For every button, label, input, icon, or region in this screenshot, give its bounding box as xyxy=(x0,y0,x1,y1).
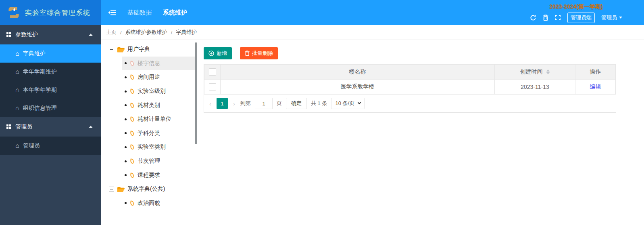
tree-item-political-status[interactable]: 政治面貌 xyxy=(122,196,195,206)
leaf-icon xyxy=(130,75,134,80)
menu-fold-icon[interactable] xyxy=(108,9,116,16)
sort-desc-icon[interactable] xyxy=(546,72,550,74)
chevron-down-icon xyxy=(358,101,361,104)
sidebar-item-label: 学年学期维护 xyxy=(23,68,57,76)
sort-asc-icon[interactable] xyxy=(546,69,550,71)
sidebar-item-admin[interactable]: ⌂ 管理员 xyxy=(0,137,101,155)
tree-item-course-require[interactable]: 课程要求 xyxy=(122,168,195,182)
tree-scrollbar-thumb[interactable] xyxy=(195,42,197,144)
sidebar-group-param-maintain[interactable]: 参数维护 xyxy=(0,25,101,44)
row-checkbox-cell xyxy=(204,80,221,95)
current-page-button[interactable]: 1 xyxy=(217,98,228,109)
plus-circle-icon xyxy=(208,50,214,56)
home-icon: ⌂ xyxy=(15,105,19,111)
sidebar-item-current-term[interactable]: ⌂ 本年学年学期 xyxy=(0,81,101,99)
tree-item-label: 学科分类 xyxy=(138,130,160,137)
batch-delete-label: 批量删除 xyxy=(252,50,273,57)
tree-item-lab-level[interactable]: 实验室级别 xyxy=(122,84,195,99)
page-size-select[interactable]: 10 条/页 xyxy=(331,98,365,109)
top-nav: 基础数据 系统维护 xyxy=(101,0,187,25)
tree-root-label: 系统字典(公共) xyxy=(127,185,165,193)
sidebar-item-dict-maintain[interactable]: ⌂ 字典维护 xyxy=(0,44,101,63)
leaf-icon xyxy=(130,103,134,108)
leaf-icon xyxy=(130,89,134,94)
leaf-icon xyxy=(130,172,134,178)
goto-confirm-button[interactable]: 确定 xyxy=(286,98,307,109)
header-checkbox-cell xyxy=(204,65,221,80)
row-checkbox[interactable] xyxy=(209,83,216,90)
username-label: 管理员 xyxy=(601,14,617,21)
table-row: 医学系教学楼 2023-11-13 编辑 xyxy=(204,80,616,95)
batch-delete-button[interactable]: 批量删除 xyxy=(240,47,278,59)
breadcrumb-separator: / xyxy=(171,29,173,36)
bullet-icon xyxy=(125,132,127,134)
breadcrumb-separator: / xyxy=(120,29,122,36)
semester-label: 2023-2024(第一学期) xyxy=(549,3,602,11)
tree-item-label: 楼宇信息 xyxy=(138,60,160,67)
cell-action: 编辑 xyxy=(575,80,616,95)
breadcrumb: 主页 / 系统维护参数维护 / 字典维护 xyxy=(101,25,644,40)
cell-created-time: 2023-11-13 xyxy=(495,80,575,95)
user-dropdown[interactable]: 管理员 xyxy=(601,14,622,21)
leaf-icon xyxy=(130,61,134,66)
page-size-value: 10 条/页 xyxy=(335,100,354,107)
column-label: 操作 xyxy=(590,68,601,75)
next-page-icon[interactable]: › xyxy=(232,100,236,107)
column-label: 楼名称 xyxy=(349,68,366,75)
tree-item-label: 房间用途 xyxy=(138,74,160,81)
toolbar: 新增 批量删除 xyxy=(204,47,278,59)
breadcrumb-home[interactable]: 主页 xyxy=(106,29,117,36)
sidebar-submenu-param: ⌂ 字典维护 ⌂ 学年学期维护 ⌂ 本年学年学期 ⌂ 组织信息管理 xyxy=(0,44,101,117)
fullscreen-icon[interactable] xyxy=(555,15,561,21)
nav-item-system-maintain[interactable]: 系统维护 xyxy=(163,9,187,17)
top-header: 实验室综合管理系统 基础数据 系统维护 2023-2024(第一学期) xyxy=(0,0,644,25)
tree-root-user-dict[interactable]: 用户字典 xyxy=(109,42,195,57)
sidebar-item-org-info[interactable]: ⌂ 组织信息管理 xyxy=(0,99,101,117)
tree-item-room-usage[interactable]: 房间用途 xyxy=(122,70,195,84)
sidebar-group-admin[interactable]: 管理员 xyxy=(0,117,101,137)
home-icon: ⌂ xyxy=(15,87,19,93)
sort-icon[interactable] xyxy=(546,69,550,74)
tree-root-label: 用户字典 xyxy=(127,46,150,53)
refresh-icon[interactable] xyxy=(530,15,536,21)
sidebar-item-term-maintain[interactable]: ⌂ 学年学期维护 xyxy=(0,63,101,81)
select-all-checkbox[interactable] xyxy=(209,68,216,76)
home-icon: ⌂ xyxy=(15,143,19,149)
sidebar: 参数维护 ⌂ 字典维护 ⌂ 学年学期维护 ⌂ 本年学年学期 ⌂ 组织信息管理 管… xyxy=(0,25,101,225)
bullet-icon xyxy=(125,174,127,176)
tree-item-label: 耗材计量单位 xyxy=(138,116,171,123)
tree-item-consumable-type[interactable]: 耗材类别 xyxy=(122,98,195,112)
collapse-minus-icon[interactable] xyxy=(109,47,114,52)
header-action-row: 管理员端 管理员 xyxy=(530,13,622,23)
column-header-name[interactable]: 楼名称 xyxy=(221,65,495,80)
add-button-label: 新增 xyxy=(217,50,227,57)
tree-item-lab-category[interactable]: 实验室类别 xyxy=(122,140,195,154)
tree-item-building-info[interactable]: 楼宇信息 xyxy=(122,57,195,71)
sidebar-item-label: 本年学年学期 xyxy=(23,86,57,94)
header-right-cluster: 2023-2024(第一学期) xyxy=(530,0,644,25)
bullet-icon xyxy=(125,76,127,78)
tree-item-label: 节次管理 xyxy=(138,158,160,165)
leaf-icon xyxy=(130,130,134,136)
leaf-icon xyxy=(130,158,134,164)
tree-item-period-manage[interactable]: 节次管理 xyxy=(122,154,195,168)
nav-item-basic-data[interactable]: 基础数据 xyxy=(127,9,152,17)
prev-page-icon[interactable]: ‹ xyxy=(208,100,213,107)
trash-icon[interactable] xyxy=(543,15,548,21)
tree-item-subject-category[interactable]: 学科分类 xyxy=(122,126,195,141)
collapse-minus-icon[interactable] xyxy=(109,187,114,192)
edit-link[interactable]: 编辑 xyxy=(590,83,601,90)
add-button[interactable]: 新增 xyxy=(204,47,232,59)
role-switch-button[interactable]: 管理员端 xyxy=(567,13,595,23)
chevron-up-icon xyxy=(89,126,93,128)
grid-icon xyxy=(6,32,11,37)
tree-item-consumable-unit[interactable]: 耗材计量单位 xyxy=(122,112,195,126)
total-count-label: 共 1 条 xyxy=(311,100,327,107)
tree-item-label: 政治面貌 xyxy=(138,200,160,206)
goto-page-input[interactable] xyxy=(255,98,273,109)
cell-building-name: 医学系教学楼 xyxy=(221,80,495,95)
home-icon: ⌂ xyxy=(15,50,19,57)
tree-root-system-dict[interactable]: 系统字典(公共) xyxy=(109,182,195,196)
bullet-icon xyxy=(125,160,127,162)
column-header-created[interactable]: 创建时间 xyxy=(495,65,575,80)
